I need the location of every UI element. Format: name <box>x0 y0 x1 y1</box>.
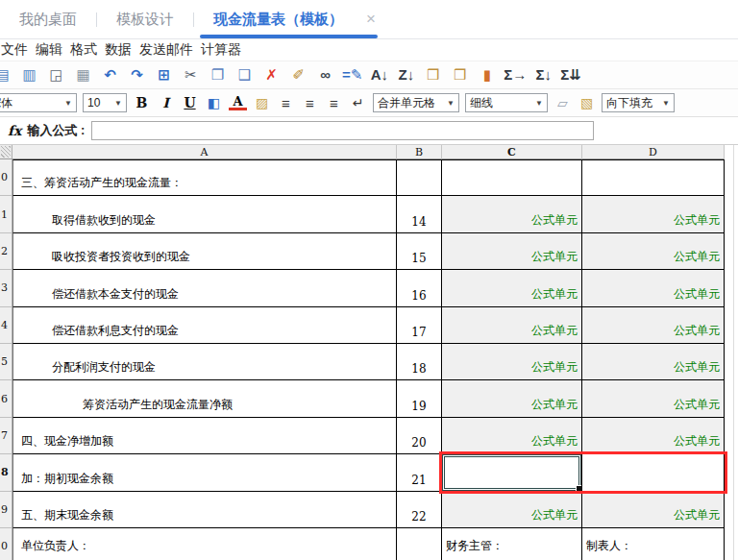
cell-line-no[interactable]: 20 <box>397 418 442 454</box>
row-header[interactable]: 3 <box>0 270 12 306</box>
sort-ascending-icon[interactable]: A↓ <box>369 64 389 85</box>
cell-label[interactable]: 五、期末现金余额 <box>12 492 397 528</box>
menu-data[interactable]: 数据 <box>105 41 132 59</box>
menu-calculator[interactable]: 计算器 <box>201 41 241 59</box>
cell-line-no[interactable] <box>397 159 442 196</box>
cell-label[interactable]: 四、现金净增加额 <box>12 418 397 454</box>
adjust-size-icon[interactable]: ⊞ <box>154 64 174 85</box>
align-right-icon[interactable]: ≡ <box>325 95 343 111</box>
sum-column-icon[interactable]: Σ↓ <box>533 64 554 85</box>
cell-value-c[interactable]: 公式单元 <box>442 307 582 344</box>
print-preview-icon[interactable]: ◲ <box>46 64 66 85</box>
menu-format[interactable]: 格式 <box>70 41 97 59</box>
row-header[interactable]: 9 <box>0 492 12 528</box>
paste-link-icon[interactable]: ❒ <box>450 64 470 85</box>
copy-icon[interactable]: ❐ <box>208 64 228 85</box>
tab-cash-flow-template[interactable]: 现金流量表（模板） <box>194 0 353 38</box>
cut-icon[interactable]: ✂ <box>181 64 201 85</box>
cell-value-c[interactable] <box>442 159 582 196</box>
tab-my-desktop[interactable]: 我的桌面 <box>0 0 96 38</box>
cell-line-no[interactable]: 14 <box>397 196 442 232</box>
print-icon[interactable]: ▦ <box>73 64 93 85</box>
cell-line-no[interactable]: 22 <box>397 492 442 528</box>
underline-button[interactable]: U <box>181 95 199 110</box>
row-header[interactable]: 7 <box>0 418 12 454</box>
row-header[interactable]: 0 <box>0 159 12 196</box>
cell-line-no[interactable]: 15 <box>397 233 442 270</box>
border-style-icon[interactable]: ▨ <box>253 95 271 110</box>
cell-value-d[interactable] <box>582 159 725 196</box>
row-header[interactable]: 8 <box>0 454 12 491</box>
font-color-icon[interactable]: A <box>229 95 247 110</box>
cell-value-d[interactable]: 公式单元 <box>582 418 725 454</box>
cell-value-d[interactable]: 公式单元 <box>582 233 725 270</box>
save-icon[interactable]: ▤ <box>0 64 12 85</box>
row-header[interactable]: 4 <box>0 307 12 344</box>
cell-label[interactable]: 偿还借款利息支付的现金 <box>12 307 397 344</box>
column-header-B[interactable]: B <box>397 145 442 159</box>
close-icon[interactable]: × <box>366 10 376 29</box>
cell-value-c[interactable] <box>442 454 582 491</box>
bold-button[interactable]: B <box>133 95 151 110</box>
align-center-icon[interactable]: ≡ <box>301 95 319 111</box>
cell-value-d[interactable]: 制表人： <box>582 528 725 560</box>
cell-value-d[interactable]: 公式单元 <box>582 492 725 528</box>
cell-value-d[interactable]: 公式单元 <box>582 196 725 232</box>
cell-value-c[interactable]: 公式单元 <box>442 196 582 232</box>
redo-icon[interactable]: ↷ <box>127 64 147 85</box>
cell-properties-icon[interactable]: ▧ <box>578 95 596 110</box>
paste-icon[interactable]: ❑ <box>234 64 255 85</box>
cell-value-d[interactable]: 公式单元 <box>582 270 725 306</box>
cell-value-d[interactable]: 公式单元 <box>582 380 725 417</box>
cell-label[interactable]: 取得借款收到的现金 <box>12 196 397 232</box>
notebook-icon[interactable]: ▮ <box>477 64 497 85</box>
delete-icon[interactable]: ✗ <box>261 64 282 85</box>
menu-edit[interactable]: 编辑 <box>36 41 62 59</box>
cell-value-c[interactable]: 公式单元 <box>442 418 582 454</box>
cell-value-c[interactable]: 公式单元 <box>442 380 582 417</box>
font-select[interactable]: 宋体 ▼ <box>0 93 77 112</box>
line-style-select[interactable]: 细线 ▼ <box>465 93 548 112</box>
formula-input[interactable] <box>91 121 594 140</box>
column-header-A[interactable]: A <box>12 145 397 159</box>
font-size-select[interactable]: 10 ▼ <box>83 93 127 112</box>
menu-file[interactable]: 文件 <box>1 41 28 59</box>
cell-label[interactable]: 单位负责人： <box>12 528 397 560</box>
cell-line-no[interactable]: 16 <box>397 270 442 306</box>
cell-value-c[interactable]: 公式单元 <box>442 344 582 380</box>
cell-label[interactable]: 三、筹资活动产生的现金流量： <box>12 159 397 196</box>
merge-cells-select[interactable]: 合并单元格 ▼ <box>373 93 459 112</box>
fill-direction-select[interactable]: 向下填充 ▼ <box>602 93 675 112</box>
edit-formula-icon[interactable]: =✎ <box>342 64 362 85</box>
cell-value-d[interactable]: 公式单元 <box>582 307 725 344</box>
undo-icon[interactable]: ↶ <box>100 64 120 85</box>
cell-value-d[interactable]: 公式单元 <box>582 344 725 380</box>
cell-value-c[interactable]: 公式单元 <box>442 270 582 306</box>
italic-button[interactable]: I <box>157 95 175 110</box>
format-painter-icon[interactable]: ✐ <box>288 64 308 85</box>
find-icon[interactable]: ∞ <box>315 64 335 85</box>
eraser-icon[interactable]: ▱ <box>554 95 572 110</box>
cell-label[interactable]: 吸收投资者投资收到的现金 <box>12 233 397 270</box>
cell-label[interactable]: 分配利润支付的现金 <box>12 344 397 380</box>
tab-template-design[interactable]: 模板设计 <box>97 0 193 38</box>
row-header[interactable]: 1 <box>0 196 12 232</box>
row-header[interactable]: 6 <box>0 380 12 417</box>
row-header[interactable]: 0 <box>0 528 12 560</box>
column-header-C[interactable]: C <box>442 145 582 159</box>
row-header[interactable]: 2 <box>0 233 12 270</box>
cell-value-c[interactable]: 公式单元 <box>442 233 582 270</box>
cell-line-no[interactable]: 21 <box>397 454 442 491</box>
sum-row-icon[interactable]: Σ→ <box>504 64 527 85</box>
cell-label[interactable]: 偿还借款本金支付的现金 <box>12 270 397 306</box>
cell-line-no[interactable]: 17 <box>397 307 442 344</box>
sum-all-icon[interactable]: Σ⇊ <box>560 64 581 85</box>
cell-line-no[interactable] <box>397 528 442 560</box>
cell-value-c[interactable]: 财务主管： <box>442 528 582 560</box>
sort-descending-icon[interactable]: Z↓ <box>396 64 416 85</box>
cell-line-no[interactable]: 18 <box>397 344 442 380</box>
grid-corner[interactable] <box>0 145 12 159</box>
menu-send-mail[interactable]: 发送邮件 <box>139 41 193 59</box>
cell-value-d[interactable] <box>582 454 725 491</box>
paste-format-icon[interactable]: ❒ <box>423 64 443 85</box>
